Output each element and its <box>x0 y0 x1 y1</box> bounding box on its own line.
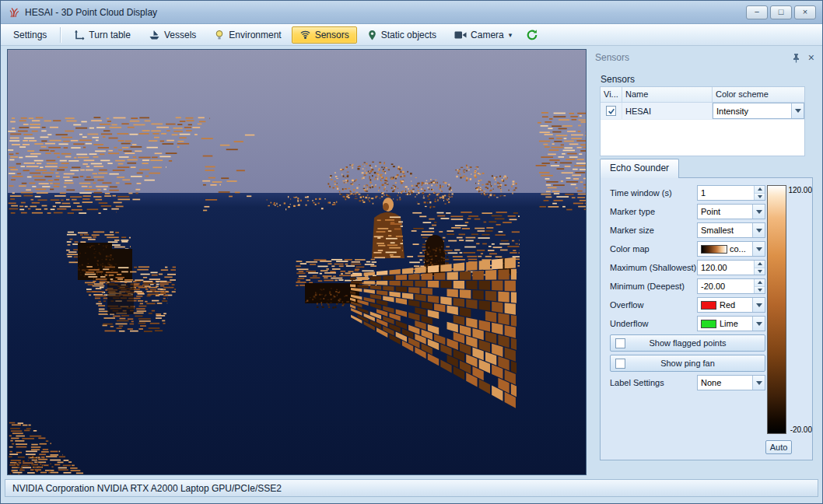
show-ping-fan-label: Show ping fan <box>660 359 715 368</box>
sensors-button[interactable]: Sensors <box>292 26 357 44</box>
pin-icon[interactable] <box>792 53 800 63</box>
turn-table-icon <box>74 30 85 40</box>
overflow-value: Red <box>720 300 735 310</box>
minimize-button[interactable]: − <box>746 5 768 19</box>
titlebar[interactable]: HESAI - 3D Point Cloud Display − □ × <box>1 1 822 24</box>
color-map-select[interactable]: co... <box>697 241 765 257</box>
vessels-button[interactable]: Vessels <box>141 26 204 44</box>
underflow-color-swatch <box>701 320 716 328</box>
refresh-button[interactable] <box>522 26 542 44</box>
minimum-value: -20.00 <box>701 282 725 291</box>
static-objects-label: Static objects <box>381 30 436 40</box>
close-button[interactable]: × <box>794 5 816 19</box>
pointcloud-viewport[interactable] <box>7 49 587 475</box>
spin-up-icon[interactable] <box>755 261 765 268</box>
label-settings-label: Label Settings <box>610 378 697 387</box>
maximum-value: 120.00 <box>701 263 727 272</box>
visible-checkbox-checked[interactable] <box>606 106 616 116</box>
turn-table-label: Turn table <box>89 30 131 40</box>
panel-title: Sensors <box>595 52 629 63</box>
refresh-icon <box>526 29 538 41</box>
echo-sounder-groupbox: Time window (s) 1 Marker type Point Mark… <box>600 177 813 460</box>
column-color-scheme[interactable]: Color scheme <box>713 87 804 102</box>
vessels-label: Vessels <box>164 30 196 40</box>
panel-close-icon[interactable]: × <box>808 52 814 63</box>
maximum-label: Maximum (Shallowest) <box>610 263 697 272</box>
colormap-gradient-swatch <box>701 245 727 254</box>
color-scheme-value: Intensity <box>716 107 748 116</box>
spin-down-icon[interactable] <box>755 268 765 275</box>
chevron-down-icon: ▾ <box>509 31 513 39</box>
chevron-down-icon[interactable] <box>752 376 765 390</box>
spin-down-icon[interactable] <box>755 286 765 294</box>
column-visible[interactable]: Vi... <box>601 87 622 102</box>
chevron-down-icon[interactable] <box>752 223 765 237</box>
maximize-button[interactable]: □ <box>770 5 792 19</box>
column-name[interactable]: Name <box>622 87 713 102</box>
sensors-panel-header[interactable]: Sensors × <box>595 51 814 65</box>
show-flagged-points-button[interactable]: Show flagged points <box>610 334 765 352</box>
time-window-value: 1 <box>701 188 706 198</box>
gpu-status-text: NVIDIA Corporation NVIDIA RTX A2000 Lapt… <box>12 483 282 494</box>
underflow-value: Lime <box>720 319 738 328</box>
vessels-icon <box>149 30 160 40</box>
turn-table-button[interactable]: Turn table <box>66 26 138 44</box>
static-objects-button[interactable]: Static objects <box>359 26 444 44</box>
pointcloud-canvas[interactable] <box>8 50 586 474</box>
depth-colorbar <box>767 185 786 434</box>
color-map-label: Color map <box>610 244 697 254</box>
camera-icon <box>454 30 467 40</box>
overflow-color-swatch <box>701 301 716 310</box>
minimum-spinner[interactable]: -20.00 <box>697 278 765 294</box>
chevron-down-icon[interactable] <box>752 317 765 331</box>
main-toolbar: Settings Turn table Vessels <box>1 24 822 46</box>
marker-size-select[interactable]: Smallest <box>697 222 765 238</box>
chevron-down-icon[interactable] <box>752 242 765 256</box>
tab-echo-sounder[interactable]: Echo Sounder <box>600 159 679 178</box>
overflow-label: Overflow <box>610 300 697 310</box>
toolbar-separator <box>60 27 61 43</box>
environment-lightbulb-icon <box>214 30 225 40</box>
camera-label: Camera <box>471 30 504 40</box>
marker-type-select[interactable]: Point <box>697 204 765 219</box>
minimum-label: Minimum (Deepest) <box>610 282 697 291</box>
environment-button[interactable]: Environment <box>206 26 289 44</box>
label-settings-select[interactable]: None <box>697 375 765 390</box>
colorbar-max-label: 120.00 <box>786 186 812 194</box>
status-bar: NVIDIA Corporation NVIDIA RTX A2000 Lapt… <box>5 479 818 497</box>
sensors-table-header: Vi... Name Color scheme <box>601 87 804 103</box>
spin-down-icon[interactable] <box>755 193 765 201</box>
chevron-down-icon[interactable] <box>791 103 804 118</box>
time-window-spinner[interactable]: 1 <box>697 185 765 201</box>
chevron-down-icon[interactable] <box>752 205 765 219</box>
show-flagged-label: Show flagged points <box>649 338 726 348</box>
camera-button[interactable]: Camera ▾ <box>447 26 520 44</box>
underflow-label: Underflow <box>610 319 697 328</box>
spin-up-icon[interactable] <box>755 186 765 193</box>
marker-size-label: Marker size <box>610 226 697 235</box>
sensors-group-label: Sensors <box>601 74 635 85</box>
window-title: HESAI - 3D Point Cloud Display <box>25 7 157 18</box>
chevron-down-icon[interactable] <box>752 298 765 312</box>
static-objects-pin-icon <box>367 30 377 40</box>
overflow-color-select[interactable]: Red <box>697 297 765 313</box>
show-ping-fan-button[interactable]: Show ping fan <box>610 355 765 372</box>
underflow-color-select[interactable]: Lime <box>697 316 765 331</box>
table-row[interactable]: HESAI Intensity <box>601 103 804 120</box>
marker-type-value: Point <box>701 207 720 216</box>
settings-button-label: Settings <box>13 30 47 40</box>
environment-label: Environment <box>229 30 281 40</box>
colorbar-min-label: -20.00 <box>786 425 812 434</box>
show-ping-fan-checkbox[interactable] <box>615 359 625 369</box>
settings-button[interactable]: Settings <box>5 26 54 44</box>
sensors-label: Sensors <box>315 30 349 40</box>
color-map-value: co... <box>730 244 746 254</box>
sensors-sonar-icon <box>299 30 311 40</box>
spin-up-icon[interactable] <box>755 279 765 286</box>
auto-button[interactable]: Auto <box>765 440 792 454</box>
maximum-spinner[interactable]: 120.00 <box>697 260 765 275</box>
show-flagged-checkbox[interactable] <box>615 338 625 348</box>
label-settings-value: None <box>701 378 721 387</box>
color-scheme-select[interactable]: Intensity <box>713 103 804 119</box>
time-window-label: Time window (s) <box>610 188 697 198</box>
